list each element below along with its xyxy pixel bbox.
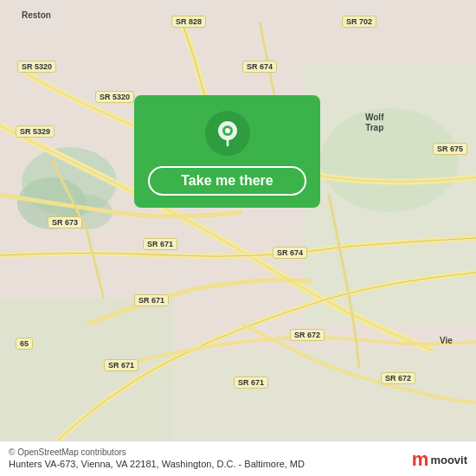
moovit-logo: m moovit <box>412 450 467 469</box>
road-label-sr5329: SR 5329 <box>16 125 55 138</box>
map-container: SR 828SR 702SR 5320SR 5320SR 674SR 5329S… <box>0 0 476 476</box>
road-label-sr5320b: SR 5320 <box>95 91 134 103</box>
moovit-text: moovit <box>430 453 467 466</box>
address-text: Hunters VA-673, Vienna, VA 22181, Washin… <box>9 458 467 471</box>
map-svg <box>0 0 476 476</box>
road-label-sr5320a: SR 5320 <box>17 61 56 73</box>
svg-point-10 <box>225 128 230 133</box>
road-label-sr671d: SR 671 <box>234 376 268 389</box>
take-me-there-button[interactable]: Take me there <box>148 166 306 196</box>
road-label-sr671b: SR 671 <box>134 294 169 306</box>
road-label-sr675: SR 675 <box>433 143 467 155</box>
road-label-sr671c: SR 671 <box>104 359 138 371</box>
location-icon-wrapper <box>205 111 250 156</box>
place-label-wolf-trap: WolfTrap <box>365 113 383 133</box>
road-label-sr673: SR 673 <box>48 216 82 228</box>
road-label-sr65: 65 <box>16 338 33 350</box>
road-label-sr671a: SR 671 <box>143 238 177 250</box>
place-label-reston: Reston <box>22 10 51 21</box>
place-label-vie: Vie <box>440 336 453 346</box>
moovit-m-icon: m <box>412 450 429 469</box>
road-label-sr672a: SR 672 <box>290 329 325 341</box>
road-label-sr674b: SR 674 <box>273 247 307 259</box>
location-pin-icon <box>215 119 240 147</box>
road-label-sr702: SR 702 <box>342 16 376 28</box>
osm-credit: © OpenStreetMap contributors <box>9 447 355 458</box>
road-label-sr672b: SR 672 <box>381 372 415 384</box>
cta-panel: Take me there <box>134 95 320 208</box>
road-label-sr674a: SR 674 <box>242 61 277 73</box>
bottom-bar: © OpenStreetMap contributors Hunters VA-… <box>0 441 476 476</box>
svg-point-5 <box>320 108 459 212</box>
svg-rect-6 <box>0 299 173 454</box>
road-label-sr828: SR 828 <box>171 16 206 28</box>
